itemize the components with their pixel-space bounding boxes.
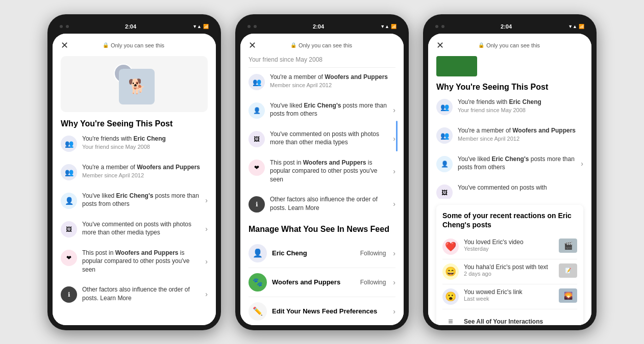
post-thumbnail-3 [436,56,477,76]
privacy-text-3: Only you can see this [486,42,540,48]
friends-icon-1: 👥 [61,136,77,152]
close-button-1[interactable]: ✕ [61,40,68,51]
lock-icon-2: 🔒 [290,42,296,48]
phone-1-status-icons: ▼▲ 📶 [192,24,209,29]
reason-popular-2[interactable]: ❤ This post in Woofers and Puppers is po… [249,158,395,189]
list-icon-see-all: ≡ [442,313,459,325]
reason-like-1[interactable]: 👤 You've liked Eric Cheng's posts more t… [61,192,208,214]
reason-other-1[interactable]: ℹ Other factors also influence the order… [61,285,208,308]
chevron-photo-1: › [205,225,208,233]
notch-dot-2 [66,25,69,28]
reason-other-2[interactable]: ℹ Other factors also influence the order… [249,195,395,218]
like-icon-2: 👤 [249,102,265,119]
profile-images-1: 👤 🐕 [114,64,155,104]
reason-text-popular-2: This post in Woofers and Puppers is popu… [270,158,388,184]
wifi-icon-2: 📶 [391,24,397,29]
scrollbar-2 [396,121,398,151]
reason-text-friends-3: You're friends with Eric Cheng Your frie… [458,98,583,115]
info-icon-2: ℹ [249,196,265,213]
notch-left-2 [247,25,257,28]
reaction-haha: 😄 You haha'd Eric's post with text 2 day… [442,259,577,284]
reason-like-2[interactable]: 👤 You've liked Eric Cheng's posts more t… [249,101,395,124]
phone-3: 2:04 ▼▲ 📶 ✕ 🔒 Only you can see this Why … [423,14,597,330]
text-thumb-2: 📝 [559,263,577,278]
reason-group-2: 👥 You're a member of Woofers and Puppers… [249,73,395,95]
video-thumb-1: 🎬 [559,239,577,253]
manage-eric-cheng[interactable]: 👤 Eric Cheng Following › [249,239,395,268]
dog-photo-1: 🐕 [119,69,155,104]
reason-photo-3: 🖼 You've commented on posts with [436,183,583,199]
reason-text-photo-2: You've commented on posts with photos mo… [270,130,388,147]
haha-reaction-icon: 😄 [442,263,459,280]
phone-3-status-time: 2:04 [501,23,512,30]
like-icon-3: 👤 [436,156,453,172]
reason-text-like-1: You've liked Eric Cheng's posts more tha… [82,192,200,209]
see-all-interactions[interactable]: ≡ See All of Your Interactions [442,309,577,325]
privacy-badge-2: 🔒 Only you can see this [290,42,352,48]
reason-popular-1[interactable]: ❤ This post in Woofers and Puppers is po… [61,249,208,279]
reactions-title-3: Some of your recent reactions on Eric Ch… [442,211,577,229]
haha-text-text: You haha'd Eric's post with text 2 days … [464,263,554,277]
notch-dot-3 [247,25,251,28]
phone-1-status-time: 2:04 [125,23,136,30]
like-icon-1: 👤 [61,193,77,209]
section-title-1: Why You're Seeing This Post [61,119,208,128]
photo-icon-3: 🖼 [436,184,453,199]
phone-3-content: ✕ 🔒 Only you can see this Why You're See… [428,34,591,325]
profile-card-1: 👤 🐕 [61,56,208,112]
lock-icon-1: 🔒 [103,42,109,48]
phone-3-status-icons: ▼▲ 📶 [568,24,584,29]
reactions-section-3: Some of your recent reactions on Eric Ch… [436,205,583,325]
reason-photo-2[interactable]: 🖼 You've commented on posts with photos … [249,130,395,152]
reaction-wow: 😮 You wowed Eric's link Last week 🌄 [442,284,577,309]
phone-2-screen: ✕ 🔒 Only you can see this Your friend si… [240,34,404,325]
signal-icon-3: ▼▲ [568,24,577,29]
phone-1-content: ✕ 🔒 Only you can see this 👤 🐕 [53,34,216,325]
reason-text-like-3: You've liked Eric Cheng's posts more tha… [458,155,576,172]
edit-newsfeed-label: Edit Your News Feed Preferences [272,307,388,315]
reason-group-3: 👥 You're a member of Woofers and Puppers… [436,126,583,149]
privacy-text-2: Only you can see this [299,42,352,48]
info-icon-1: ℹ [61,286,77,303]
photo-icon-1: 🖼 [61,221,77,237]
reason-text-like-2: You've liked Eric Cheng's posts more tha… [270,101,388,119]
love-reaction-icon: ❤️ [442,239,459,255]
pencil-icon: ✏️ [249,302,267,321]
close-button-3[interactable]: ✕ [436,40,444,51]
reason-photo-1[interactable]: 🖼 You've commented on posts with photos … [61,220,208,243]
wifi-icon-3: 📶 [579,24,584,29]
reason-text-photo-1: You've commented on posts with photos mo… [82,220,200,237]
phone-2-content: ✕ 🔒 Only you can see this Your friend si… [240,34,404,325]
privacy-badge-1: 🔒 Only you can see this [103,42,164,48]
group-icon-1: 👥 [61,164,77,180]
reason-text-group-3: You're a member of Woofers and Puppers M… [458,126,583,143]
see-all-label: See All of Your Interactions [464,318,543,325]
phone-3-topbar: ✕ 🔒 Only you can see this [436,40,583,51]
chevron-like-1: › [205,196,208,204]
manage-woofers[interactable]: 🐾 Woofers and Puppers Following › [249,268,395,297]
phone-1-screen: ✕ 🔒 Only you can see this 👤 🐕 [53,34,216,325]
close-button-2[interactable]: ✕ [249,40,256,51]
manage-news-feed[interactable]: ✏️ Edit Your News Feed Preferences › [249,297,395,325]
woofers-label: Woofers and Puppers [272,278,355,286]
notch-dot-6 [441,25,444,28]
loved-video-text: You loved Eric's video Yesterday [464,239,554,252]
phone-2-status-time: 2:04 [313,23,324,30]
reason-text-group-1: You're a member of Woofers and Puppers M… [82,163,208,180]
chevron-like-2: › [393,106,395,114]
friend-since-label-2: Your friend since May 2008 [249,56,395,68]
phone-2: 2:04 ▼▲ 📶 ✕ 🔒 Only you can see this Your… [235,14,409,330]
privacy-badge-3: 🔒 Only you can see this [478,42,540,48]
popular-icon-1: ❤ [61,250,77,266]
chevron-newsfeed: › [393,307,395,315]
reason-like-3[interactable]: 👤 You've liked Eric Cheng's posts more t… [436,155,583,177]
reason-text-other-1: Other factors also influence the order o… [82,285,200,303]
section-title-3: Why You're Seeing This Post [436,83,583,92]
manage-section-title: Manage What You See In News Feed [249,225,395,234]
eric-avatar-icon: 👤 [249,244,267,262]
following-label-eric: Following [360,250,386,257]
chevron-woofers: › [393,278,395,286]
link-thumb-3: 🌄 [559,288,577,303]
phone-1: 2:04 ▼▲ 📶 ✕ 🔒 Only you can see this [47,14,221,330]
reason-text-popular-1: This post in Woofers and Puppers is popu… [82,249,200,274]
